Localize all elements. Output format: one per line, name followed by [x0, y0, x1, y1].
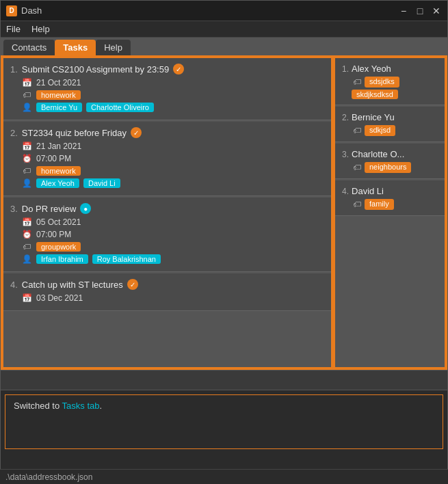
person-icon: 👤 [21, 178, 32, 189]
contact-tag: sdsjdks [365, 77, 399, 88]
task-person: Bernice Yu [36, 103, 82, 112]
log-area: Switched to Tasks tab. [5, 394, 443, 449]
task-time: 07:00 PM [36, 230, 71, 239]
task-person: Alex Yeoh [36, 178, 79, 188]
task-num: 2. [10, 128, 18, 138]
table-row[interactable]: 2. ST2334 quiz before Friday ✓ 📅 21 Jan … [3, 122, 331, 196]
tab-tasks[interactable]: Tasks [55, 40, 96, 55]
calendar-icon: 📅 [21, 141, 32, 152]
calendar-icon: 📅 [21, 77, 32, 88]
task-date: 05 Oct 2021 [36, 217, 81, 227]
task-title: Catch up with ST lectures [22, 280, 123, 290]
log-prefix: Switched to [14, 401, 62, 411]
contact-name: Bernice Yu [352, 112, 395, 122]
table-row[interactable]: 3. Do PR review ● 📅 05 Oct 2021 ⏰ 07:00 … [3, 198, 331, 272]
task-status-icon: ● [80, 203, 91, 214]
table-row[interactable]: 4. Catch up with ST lectures ✓ 📅 03 Dec … [3, 273, 331, 311]
task-num: 1. [10, 64, 18, 75]
person-icon: 👤 [21, 102, 32, 113]
contact-name: Alex Yeoh [352, 64, 391, 74]
menu-file[interactable]: File [6, 24, 21, 34]
contact-name: David Li [352, 186, 384, 196]
task-time: 07:00 PM [36, 154, 71, 163]
calendar-icon: 📅 [21, 293, 32, 304]
task-status-icon: ✓ [173, 64, 184, 75]
tag-icon: 🏷 [352, 125, 363, 136]
task-date: 21 Jan 2021 [36, 142, 81, 151]
tab-contacts[interactable]: Contacts [3, 40, 55, 55]
title-bar: D Dash − □ ✕ [1, 1, 447, 21]
tag-icon: 🏷 [21, 241, 32, 252]
contact-list[interactable]: 1. Alex Yeoh 🏷 sdsjdks skdjksdksd 2. Ber… [335, 58, 445, 367]
contact-num: 2. [342, 113, 349, 122]
calendar-icon: 📅 [21, 217, 32, 228]
contact-tag: neighbours [365, 162, 411, 173]
task-person: Charlotte Oliveiro [86, 103, 154, 112]
list-item[interactable]: 4. David Li 🏷 family [335, 180, 445, 216]
contact-name: Charlotte O... [352, 149, 404, 159]
contact-num: 4. [342, 187, 349, 196]
task-title: Do PR review [22, 204, 76, 214]
task-list[interactable]: 1. Submit CS2100 Assignment by 23:59 ✓ 📅… [3, 58, 332, 367]
tag-icon: 🏷 [352, 199, 363, 210]
close-button[interactable]: ✕ [431, 5, 442, 16]
task-status-icon: ✓ [127, 279, 138, 290]
tab-help[interactable]: Help [96, 40, 131, 55]
status-bar: .\data\addressbook.json [0, 469, 448, 484]
contact-tag: skdjksdksd [352, 90, 398, 99]
task-title: Submit CS2100 Assignment by 23:59 [22, 64, 169, 75]
menu-help[interactable]: Help [31, 24, 50, 34]
task-tag: homework [36, 166, 81, 176]
tabs: Contacts Tasks Help [1, 38, 447, 55]
task-date: 03 Dec 2021 [36, 293, 83, 303]
task-num: 4. [10, 280, 18, 290]
list-item[interactable]: 1. Alex Yeoh 🏷 sdsjdks skdjksdksd [335, 58, 445, 105]
list-item[interactable]: 2. Bernice Yu 🏷 sdkjsd [335, 107, 445, 142]
tag-icon: 🏷 [352, 162, 363, 173]
contact-num: 1. [342, 64, 349, 74]
table-row[interactable]: 1. Submit CS2100 Assignment by 23:59 ✓ 📅… [3, 58, 331, 120]
clock-icon: ⏰ [21, 153, 32, 164]
tag-icon: 🏷 [21, 90, 32, 100]
task-num: 3. [10, 204, 18, 214]
log-suffix: . [100, 401, 103, 411]
menu-bar: File Help [1, 21, 447, 38]
task-tag: homework [36, 90, 81, 100]
task-tag: groupwork [36, 242, 81, 252]
contact-tag: family [365, 199, 394, 210]
task-status-icon: ✓ [131, 127, 142, 138]
log-highlight: Tasks tab [62, 401, 100, 411]
clock-icon: ⏰ [21, 229, 32, 240]
task-person: Irfan Ibrahim [36, 254, 88, 264]
contact-tag: sdkjsd [365, 125, 395, 136]
app-title: Dash [21, 5, 42, 16]
task-person: Roy Balakrishnan [92, 254, 161, 264]
contact-num: 3. [342, 150, 349, 159]
task-person: David Li [83, 178, 120, 188]
task-date: 21 Oct 2021 [36, 78, 81, 88]
bottom-divider [1, 370, 447, 390]
task-title: ST2334 quiz before Friday [22, 128, 127, 138]
maximize-button[interactable]: □ [414, 5, 425, 16]
tag-icon: 🏷 [352, 77, 363, 88]
main-content: 1. Submit CS2100 Assignment by 23:59 ✓ 📅… [1, 55, 447, 370]
minimize-button[interactable]: − [398, 5, 409, 16]
tag-icon: 🏷 [21, 165, 32, 176]
list-item[interactable]: 3. Charlotte O... 🏷 neighbours [335, 144, 445, 179]
log-text: Switched to Tasks tab. [14, 401, 434, 411]
status-path: .\data\addressbook.json [5, 472, 92, 482]
person-icon: 👤 [21, 254, 32, 265]
app-icon: D [6, 5, 17, 16]
